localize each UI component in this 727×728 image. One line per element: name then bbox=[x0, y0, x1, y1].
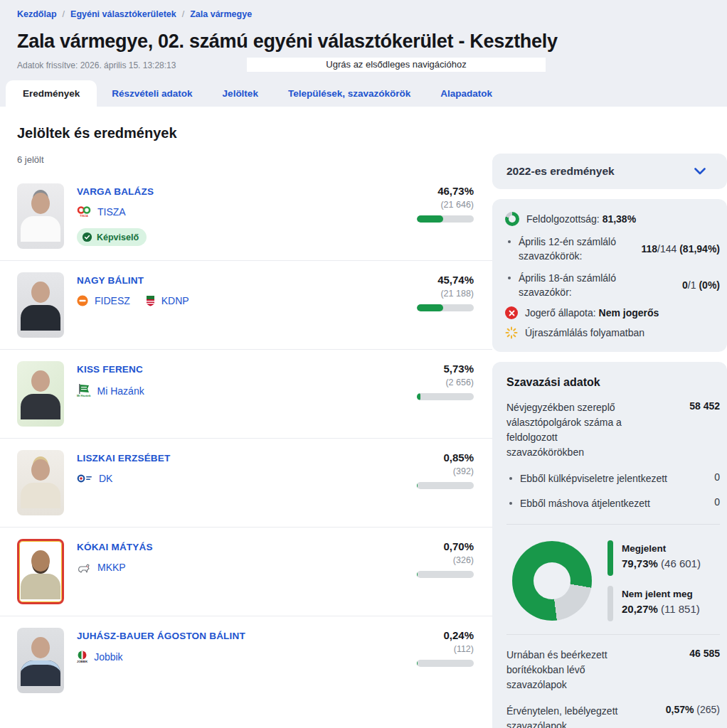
voting-data-card: Szavazási adatok Névjegyzékben szereplő … bbox=[492, 362, 727, 728]
jobbik-logo-icon: JOBBIK bbox=[77, 651, 87, 663]
tab-reszveteli-adatok[interactable]: Részvételi adatok bbox=[97, 80, 207, 107]
turnout-donut-chart bbox=[512, 541, 592, 621]
tisza-logo-icon: TISZA bbox=[77, 206, 91, 218]
breadcrumb-separator: / bbox=[63, 9, 65, 19]
result-votes: (2 656) bbox=[388, 378, 474, 387]
recount-spinner-icon bbox=[505, 326, 518, 339]
breadcrumb-districts[interactable]: Egyéni választókerületek bbox=[70, 9, 176, 19]
tab-alapadatok[interactable]: Alapadatok bbox=[425, 80, 507, 107]
skip-navigation-link[interactable]: Ugrás az elsődleges navigációhoz bbox=[247, 58, 546, 72]
sidebar: 2022-es eredmények Feldolgozottság: 81,3… bbox=[492, 107, 727, 728]
party-link-fidesz[interactable]: FIDESZ bbox=[77, 295, 130, 306]
result-progress-bar bbox=[417, 304, 474, 311]
section-heading: Jelöltek és eredmények bbox=[17, 125, 492, 141]
processing-label: Feldolgozottság: 81,38% bbox=[526, 213, 636, 225]
page-title: Zala vármegye, 02. számú egyéni választó… bbox=[17, 31, 710, 53]
breadcrumb-separator: / bbox=[182, 9, 184, 19]
result-percent: 46,73% bbox=[388, 185, 474, 197]
candidate-name-link[interactable]: KISS FERENC bbox=[77, 364, 143, 375]
page-header: Kezdőlap / Egyéni választókerületek / Za… bbox=[0, 0, 727, 107]
candidate-photo bbox=[17, 450, 64, 515]
candidate-row: KISS FERENC Mi Hazánk Mi Hazánk 5,73% (2… bbox=[0, 350, 492, 439]
candidate-name-link[interactable]: NAGY BÁLINT bbox=[77, 275, 144, 286]
candidate-photo bbox=[17, 183, 64, 249]
results-2022-collapse[interactable]: 2022-es eredmények bbox=[492, 154, 727, 189]
processing-donut-icon bbox=[505, 212, 519, 226]
party-link-mkkp[interactable]: MKKP bbox=[77, 562, 126, 573]
bullet-dot bbox=[509, 502, 512, 505]
tab-bar: Eredmények Részvételi adatok Jelöltek Te… bbox=[0, 80, 727, 107]
chevron-down-icon[interactable] bbox=[694, 168, 706, 175]
result-percent: 0,70% bbox=[388, 540, 474, 552]
bullet-dot bbox=[508, 240, 511, 243]
breadcrumb-home[interactable]: Kezdőlap bbox=[17, 9, 57, 19]
party-label: FIDESZ bbox=[95, 295, 130, 306]
result-progress-bar bbox=[417, 215, 474, 223]
result-votes: (392) bbox=[388, 466, 474, 476]
party-label: TISZA bbox=[97, 206, 126, 218]
candidate-photo bbox=[17, 539, 64, 604]
breadcrumb: Kezdőlap / Egyéni választókerületek / Za… bbox=[17, 9, 710, 19]
abroad-row: Ebből külképviseletre jelentkezett 0 bbox=[509, 471, 720, 486]
result-votes: (326) bbox=[388, 555, 474, 565]
party-link-dk[interactable]: DK bbox=[77, 473, 112, 484]
error-x-icon bbox=[505, 306, 518, 319]
legend-bar-green bbox=[607, 540, 613, 576]
divider bbox=[506, 634, 720, 635]
result-votes: (21 646) bbox=[388, 200, 474, 210]
register-count-value: 58 452 bbox=[637, 400, 720, 460]
recount-label: Újraszámlálás folyamatban bbox=[525, 327, 644, 338]
tab-eredmenyek[interactable]: Eredmények bbox=[6, 80, 97, 107]
voting-data-heading: Szavazási adatok bbox=[506, 376, 720, 389]
tab-jeloltek[interactable]: Jelöltek bbox=[208, 80, 273, 107]
result-percent: 45,74% bbox=[388, 274, 474, 286]
party-label: Mi Hazánk bbox=[97, 385, 144, 397]
candidate-name-link[interactable]: VARGA BALÁZS bbox=[77, 186, 154, 197]
candidate-photo bbox=[17, 272, 64, 338]
tab-telepulesek-szavazokorok[interactable]: Települések, szavazókörök bbox=[273, 80, 425, 107]
kdnp-logo-icon bbox=[146, 295, 155, 306]
bullet-dot bbox=[509, 477, 512, 480]
candidate-name-link[interactable]: KÓKAI MÁTYÁS bbox=[77, 542, 153, 552]
transferred-row: Ebből máshova átjelentkezett 0 bbox=[509, 496, 720, 511]
result-progress-bar bbox=[417, 660, 474, 667]
ballots-row: Urnában és beérkezett borítékokban lévő … bbox=[506, 648, 720, 692]
counting-row-april12: Április 12-én számláló szavazókörök: 118… bbox=[508, 235, 720, 264]
mi-hazank-logo-icon: Mi Hazánk bbox=[77, 384, 91, 397]
result-votes: (21 188) bbox=[388, 289, 474, 299]
invalid-ballots-row: Érvénytelen, lebélyegzett szavazólapok 0… bbox=[506, 704, 720, 728]
legend-bar-gray bbox=[607, 586, 613, 621]
candidate-row: KÓKAI MÁTYÁS MKKP 0,70% (326) bbox=[0, 528, 492, 616]
seal-check-icon bbox=[82, 232, 92, 242]
candidate-row: NAGY BÁLINT FIDESZ KDNP bbox=[0, 261, 492, 350]
party-link-mihazank[interactable]: Mi Hazánk Mi Hazánk bbox=[77, 384, 144, 397]
result-percent: 5,73% bbox=[388, 363, 474, 375]
results-panel: Jelöltek és eredmények 6 jelölt VARGA BA… bbox=[0, 107, 492, 728]
counting-row-april18: Április 18-án számláló szavazókör: 0/1 (… bbox=[508, 271, 720, 300]
candidate-row: LISZKAI ERZSÉBET DK 0,85% (392) bbox=[0, 439, 492, 528]
candidate-photo bbox=[17, 628, 64, 693]
result-progress-bar bbox=[417, 393, 474, 400]
party-label: MKKP bbox=[97, 562, 126, 573]
processing-status-card: Feldolgozottság: 81,38% Április 12-én sz… bbox=[492, 199, 727, 352]
result-votes: (112) bbox=[388, 644, 474, 654]
breadcrumb-county[interactable]: Zala vármegye bbox=[190, 9, 252, 19]
candidate-name-link[interactable]: JUHÁSZ-BAUER ÁGOSTON BÁLINT bbox=[77, 631, 245, 641]
bullet-dot bbox=[508, 277, 511, 279]
processing-value: 81,38% bbox=[603, 213, 636, 225]
result-percent: 0,24% bbox=[388, 629, 474, 641]
register-count-row: Névjegyzékben szereplő választópolgárok … bbox=[506, 400, 720, 460]
party-link-jobbik[interactable]: JOBBIK Jobbik bbox=[77, 651, 123, 663]
badge-label: Képviselő bbox=[97, 232, 139, 242]
party-link-tisza[interactable]: TISZA TISZA bbox=[77, 206, 126, 218]
candidate-name-link[interactable]: LISZKAI ERZSÉBET bbox=[77, 453, 170, 464]
legend-megjelent: Megjelent 79,73% (46 601) bbox=[607, 540, 701, 576]
result-progress-bar bbox=[417, 571, 474, 578]
candidate-row: VARGA BALÁZS TISZA TISZA Képviselő bbox=[0, 172, 492, 261]
result-percent: 0,85% bbox=[388, 451, 474, 464]
candidate-count: 6 jelölt bbox=[17, 154, 492, 165]
party-label: Jobbik bbox=[94, 651, 122, 663]
party-link-kdnp[interactable]: KDNP bbox=[146, 295, 189, 306]
dk-logo-icon bbox=[77, 474, 92, 483]
party-label: KDNP bbox=[161, 295, 189, 306]
